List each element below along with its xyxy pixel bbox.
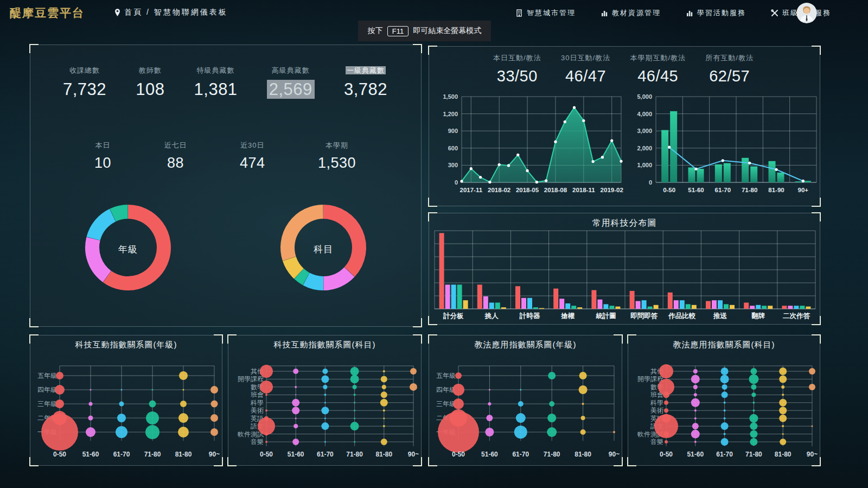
interaction-panel: 本日互動/教法 33/50 30日互動/教法 46/47 本學期互動/教法 46… xyxy=(429,46,820,206)
svg-text:71-80: 71-80 xyxy=(544,451,560,458)
breadcrumb-text: 首頁 / 智慧物聯網儀表板 xyxy=(124,8,228,17)
svg-text:3,000: 3,000 xyxy=(637,128,652,134)
pedagogy-index-subject-bubble-chart: 其他開學課程數學班會科學美術英語語文軟件測試音樂0-5051-6061-7071… xyxy=(630,353,818,463)
svg-text:開學課程: 開學課程 xyxy=(238,375,264,383)
menu-item-label: 學習活動服務 xyxy=(697,8,746,18)
svg-text:81-80: 81-80 xyxy=(175,451,192,458)
stat-value: 474 xyxy=(240,155,265,172)
menu-item-materials[interactable]: 教材資源管理 xyxy=(601,8,661,18)
stat-label: 近七日 xyxy=(164,141,187,150)
stat-value: 10 xyxy=(94,155,111,172)
breadcrumb[interactable]: 首頁 / 智慧物聯網儀表板 xyxy=(114,8,228,17)
svg-text:71-80: 71-80 xyxy=(742,187,757,193)
stat-value: 108 xyxy=(136,80,164,99)
svg-text:900: 900 xyxy=(448,128,458,134)
stat-value: 1,530 xyxy=(318,155,356,172)
tech-index-grade-bubble-chart: 五年級四年級三年級二年級一年級0-5051-6061-7071-8081-809… xyxy=(33,353,220,463)
stat-total-lessons: 收課總數 7,732 xyxy=(63,66,106,99)
stat-special-archive: 特級典藏數 1,381 xyxy=(194,66,238,99)
svg-text:2018-11: 2018-11 xyxy=(572,187,595,193)
svg-text:0-50: 0-50 xyxy=(452,451,465,458)
building-icon xyxy=(515,9,523,17)
svg-text:挑人: 挑人 xyxy=(484,312,499,320)
menu-item-learning[interactable]: 學習活動服務 xyxy=(686,8,746,18)
stat-label: 特級典藏數 xyxy=(194,66,238,75)
avatar-image xyxy=(796,3,817,23)
stat-teachers: 教師數 108 xyxy=(136,66,164,99)
stat-label: 近30日 xyxy=(240,141,265,150)
stat-label: 本學期互動/教法 xyxy=(630,53,686,63)
tech-index-grade-panel: 科技互動指數關系圖(年級) 五年級四年級三年級二年級一年級0-5051-6061… xyxy=(30,335,222,466)
svg-text:2,000: 2,000 xyxy=(637,145,652,151)
svg-text:開學課程: 開學課程 xyxy=(637,375,663,383)
stat-value: 88 xyxy=(164,155,187,172)
svg-text:0-50: 0-50 xyxy=(53,451,66,458)
svg-text:班會: 班會 xyxy=(251,391,264,398)
donut-center-label: 年級 xyxy=(82,243,174,256)
svg-text:即問即答: 即問即答 xyxy=(630,312,658,320)
app-logo[interactable]: 醍摩豆雲平台 xyxy=(10,5,85,21)
panel-title: 科技互動指數關系圖(年級) xyxy=(30,340,222,350)
svg-text:計分板: 計分板 xyxy=(443,312,464,320)
svg-text:71-80: 71-80 xyxy=(144,451,161,458)
svg-text:4,000: 4,000 xyxy=(637,111,652,117)
svg-text:90~: 90~ xyxy=(807,451,818,458)
toast-press-text: 按下 xyxy=(368,26,383,36)
pedagogy-index-grade-panel: 教法應用指數關系圖(年級) 五年級四年級三年級二年級一年級0-5051-6061… xyxy=(429,335,622,466)
svg-text:三年級: 三年級 xyxy=(37,400,57,408)
subject-donut-chart: 科目 xyxy=(277,201,369,294)
svg-text:1,000: 1,000 xyxy=(637,162,652,168)
stat-all-interaction: 所有互動/教法 62/57 xyxy=(705,53,754,85)
svg-text:71-80: 71-80 xyxy=(745,451,762,458)
svg-text:51-60: 51-60 xyxy=(687,451,704,458)
menu-item-smart-city[interactable]: 智慧城市管理 xyxy=(515,8,576,18)
svg-text:90~: 90~ xyxy=(209,451,220,458)
stat-label: 本日互動/教法 xyxy=(493,53,541,63)
pedagogy-index-grade-bubble-chart: 五年級四年級三年級二年級一年級0-5051-6061-7071-8081-809… xyxy=(431,353,620,463)
stat-30day-interaction: 30日互動/教法 46/47 xyxy=(561,53,610,85)
panel-title: 科技互動指數關系圖(科目) xyxy=(228,340,421,350)
svg-text:統計圖: 統計圖 xyxy=(596,312,616,320)
donut-center-label: 科目 xyxy=(277,243,369,256)
stat-semester-interaction: 本學期互動/教法 46/45 xyxy=(630,53,686,85)
svg-text:300: 300 xyxy=(448,162,458,168)
f11-keycap: F11 xyxy=(387,26,409,36)
stat-label: 高級典藏數 xyxy=(267,66,315,75)
svg-text:美術: 美術 xyxy=(251,407,264,414)
svg-text:90+: 90+ xyxy=(798,187,809,193)
svg-text:51-60: 51-60 xyxy=(688,187,704,193)
fullscreen-toast: 按下 F11 即可結束全螢幕模式 xyxy=(358,21,491,41)
stat-level1-archive: 一級典藏數 3,782 xyxy=(344,66,387,99)
collection-stats-row: 收課總數 7,732 教師數 108 特級典藏數 1,381 高級典藏數 2,5… xyxy=(63,66,387,99)
svg-text:0-50: 0-50 xyxy=(660,451,673,458)
menu-item-label: 智慧城市管理 xyxy=(527,8,576,18)
svg-text:計時器: 計時器 xyxy=(519,312,540,320)
svg-text:五年級: 五年級 xyxy=(37,372,57,379)
svg-text:四年級: 四年級 xyxy=(37,386,57,394)
tech-index-subject-panel: 科技互動指數關系圖(科目) 其他開學課程數學班會科學美術英語語文軟件測試音樂0-… xyxy=(228,335,422,466)
stat-advanced-archive: 高級典藏數 2,569 xyxy=(267,66,315,99)
svg-text:81-80: 81-80 xyxy=(575,451,591,458)
svg-text:1,500: 1,500 xyxy=(443,93,458,100)
stat-label: 所有互動/教法 xyxy=(705,53,754,63)
svg-text:2017-11: 2017-11 xyxy=(460,187,483,193)
grade-donut-chart: 年級 xyxy=(82,201,174,294)
stat-last7days: 近七日 88 xyxy=(164,141,187,172)
svg-text:2018-05: 2018-05 xyxy=(516,187,539,193)
stat-value: 62/57 xyxy=(705,67,754,85)
svg-text:推送: 推送 xyxy=(713,312,727,320)
stat-today: 本日 10 xyxy=(94,141,111,172)
svg-text:三年級: 三年級 xyxy=(436,400,456,408)
svg-text:61-70: 61-70 xyxy=(716,451,733,458)
user-avatar[interactable] xyxy=(796,3,817,23)
period-stats-row: 本日 10 近七日 88 近30日 474 本學期 1,530 xyxy=(94,141,356,172)
panel-title: 常用科技分布圖 xyxy=(429,218,820,229)
svg-text:81-80: 81-80 xyxy=(375,451,392,458)
stat-label: 30日互動/教法 xyxy=(561,53,610,63)
location-pin-icon xyxy=(114,8,121,17)
svg-text:51-60: 51-60 xyxy=(481,451,498,458)
svg-text:51-60: 51-60 xyxy=(288,451,304,458)
stat-last30days: 近30日 474 xyxy=(240,141,265,172)
overview-panel: 收課總數 7,732 教師數 108 特級典藏數 1,381 高級典藏數 2,5… xyxy=(30,45,422,327)
panel-title: 教法應用指數關系圖(科目) xyxy=(628,340,820,350)
